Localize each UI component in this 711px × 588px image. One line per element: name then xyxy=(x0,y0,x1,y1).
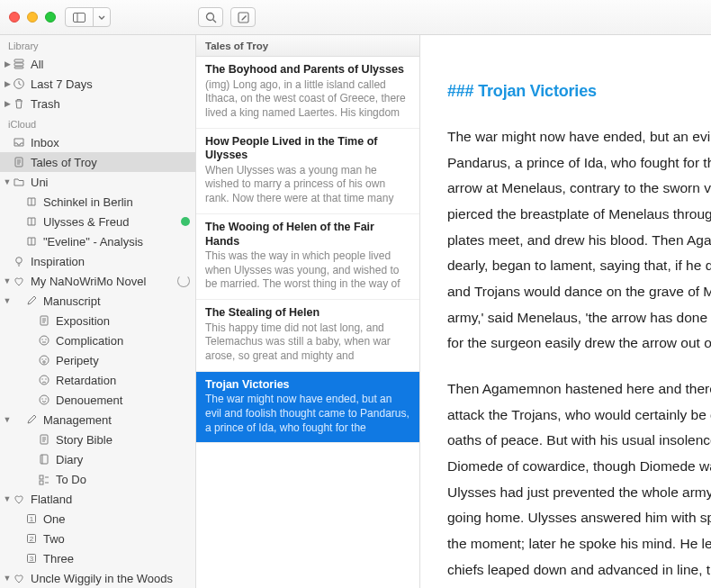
editor-paragraph[interactable]: Then Agamemnon hastened here and thereat… xyxy=(447,376,711,588)
sidebar-item-label: Complication xyxy=(56,334,190,348)
sidebar-item[interactable]: To Do xyxy=(0,469,195,489)
note-preview: When Ulysses was a young man he wished t… xyxy=(205,164,410,206)
disclosure-triangle-icon[interactable]: ▼ xyxy=(3,494,12,503)
stack-icon xyxy=(12,58,26,70)
sidebar-item[interactable]: "Eveline" - Analysis xyxy=(0,231,195,251)
face-surprise-icon xyxy=(37,354,51,366)
sidebar-item[interactable]: ▶Trash xyxy=(0,94,195,113)
folder-icon xyxy=(12,176,26,188)
svg-rect-40 xyxy=(40,481,43,484)
disclosure-triangle-icon[interactable]: ▶ xyxy=(3,99,12,108)
sidebar-item-label: Uni xyxy=(31,176,190,189)
sidebar-item-label: "Eveline" - Analysis xyxy=(43,235,190,249)
sidebar-item[interactable]: ▼My NaNoWriMo Novel xyxy=(0,271,195,291)
trash-icon xyxy=(12,97,26,110)
traffic-lights xyxy=(9,12,56,23)
svg-rect-0 xyxy=(74,13,86,22)
editor-body[interactable]: The war might now have ended, but an evi… xyxy=(447,124,711,588)
new-note-button[interactable] xyxy=(230,7,256,27)
sidebar-item-label: Trash xyxy=(31,97,190,111)
heart-icon xyxy=(12,493,26,505)
search-button[interactable] xyxy=(198,7,223,27)
editor-paragraph[interactable]: The war might now have ended, but an evi… xyxy=(447,124,711,357)
svg-point-30 xyxy=(41,398,42,399)
sidebar-item-label: Tales of Troy xyxy=(31,156,190,169)
svg-rect-6 xyxy=(14,63,23,66)
face-down-icon xyxy=(37,374,51,386)
sidebar: Library▶All▶Last 7 Days▶TrashiCloudInbox… xyxy=(0,35,196,588)
sidebar-item[interactable]: 2Two xyxy=(0,529,195,548)
note-preview: The war might now have ended, but an evi… xyxy=(205,393,410,435)
note-list-item[interactable]: Trojan VictoriesThe war might now have e… xyxy=(196,372,419,444)
svg-point-31 xyxy=(45,398,46,399)
sidebar-item[interactable]: ▼Flatland xyxy=(0,489,195,509)
disclosure-triangle-icon[interactable]: ▼ xyxy=(3,296,12,305)
note-preview: This was the way in which people lived w… xyxy=(205,249,410,292)
disclosure-triangle-icon[interactable]: ▼ xyxy=(3,276,12,285)
sheet-icon xyxy=(37,314,51,327)
disclosure-triangle-icon[interactable]: ▼ xyxy=(3,415,12,424)
note-list-item[interactable]: How People Lived in the Time of UlyssesW… xyxy=(196,129,419,214)
sidebar-item[interactable]: Inspiration xyxy=(0,251,195,271)
sidebar-item[interactable]: 1One xyxy=(0,509,195,529)
face-neutral-icon xyxy=(37,334,51,347)
sidebar-item[interactable]: 3Three xyxy=(0,548,195,568)
svg-point-28 xyxy=(45,378,46,379)
svg-point-24 xyxy=(45,358,46,359)
disclosure-triangle-icon[interactable]: ▼ xyxy=(3,177,12,186)
sidebar-item[interactable]: Complication xyxy=(0,330,195,350)
svg-point-27 xyxy=(41,378,42,379)
num2-icon: 2 xyxy=(24,532,39,545)
book-icon xyxy=(24,195,39,208)
sidebar-item[interactable]: Exposition xyxy=(0,311,195,330)
svg-point-20 xyxy=(45,339,46,339)
sidebar-item-label: All xyxy=(31,58,190,71)
editor-pane[interactable]: ### Trojan Victories The war might now h… xyxy=(420,35,711,588)
sidebar-item[interactable]: ▶Last 7 Days xyxy=(0,74,195,94)
book-icon xyxy=(24,215,39,228)
close-window-button[interactable] xyxy=(9,12,20,23)
sidebar-item-label: To Do xyxy=(56,473,190,486)
sidebar-item-label: Denouement xyxy=(56,394,190,407)
sidebar-section-title: Library xyxy=(0,35,195,54)
sidebar-item[interactable]: Denouement xyxy=(0,390,195,410)
sidebar-item[interactable]: ▶All xyxy=(0,54,195,74)
note-title: The Wooing of Helen of the Fair Hands xyxy=(205,221,410,249)
svg-rect-36 xyxy=(40,455,48,464)
sidebar-item[interactable]: Retardation xyxy=(0,370,195,390)
sidebar-item-label: Peripety xyxy=(56,354,190,367)
sidebar-item[interactable]: Tales of Troy xyxy=(0,152,195,172)
sidebar-item[interactable]: ▼Management xyxy=(0,410,195,430)
svg-rect-38 xyxy=(40,475,43,479)
sidebar-item[interactable]: ▼Manuscript xyxy=(0,291,195,311)
svg-text:2: 2 xyxy=(30,535,34,543)
sidebar-dropdown-button[interactable] xyxy=(93,7,111,27)
note-preview: (img) Long ago, in a little island calle… xyxy=(205,78,410,121)
sidebar-toggle-button[interactable] xyxy=(65,7,94,27)
sidebar-item[interactable]: ▼Uni xyxy=(0,172,195,192)
svg-point-23 xyxy=(41,358,42,359)
note-list-item[interactable]: The Stealing of HelenThis happy time did… xyxy=(196,300,419,372)
note-list-item[interactable]: The Boyhood and Parents of Ulysses(img) … xyxy=(196,57,419,129)
inbox-icon xyxy=(12,136,26,149)
disclosure-triangle-icon[interactable]: ▶ xyxy=(3,79,12,88)
sidebar-item[interactable]: Ulysses & Freud xyxy=(0,212,195,231)
sidebar-item[interactable]: Schinkel in Berlin xyxy=(0,192,195,212)
heart-icon xyxy=(12,572,26,584)
minimize-window-button[interactable] xyxy=(27,12,38,23)
svg-point-2 xyxy=(206,13,213,20)
sidebar-item[interactable]: Inbox xyxy=(0,132,195,152)
svg-point-19 xyxy=(41,339,42,339)
disclosure-triangle-icon[interactable]: ▼ xyxy=(3,574,12,583)
note-list-item[interactable]: The Wooing of Helen of the Fair HandsThi… xyxy=(196,214,419,300)
sidebar-item[interactable]: Diary xyxy=(0,449,195,469)
sidebar-item[interactable]: Story Bible xyxy=(0,430,195,449)
note-list: Tales of Troy The Boyhood and Parents of… xyxy=(196,35,420,588)
sidebar-item[interactable]: Peripety xyxy=(0,350,195,370)
titlebar xyxy=(0,0,711,35)
sidebar-item-label: Retardation xyxy=(56,374,190,387)
disclosure-triangle-icon[interactable]: ▶ xyxy=(3,59,12,68)
maximize-window-button[interactable] xyxy=(45,12,56,23)
sheet-icon xyxy=(12,156,26,168)
sidebar-item[interactable]: ▼Uncle Wiggily in the Woods xyxy=(0,568,195,588)
